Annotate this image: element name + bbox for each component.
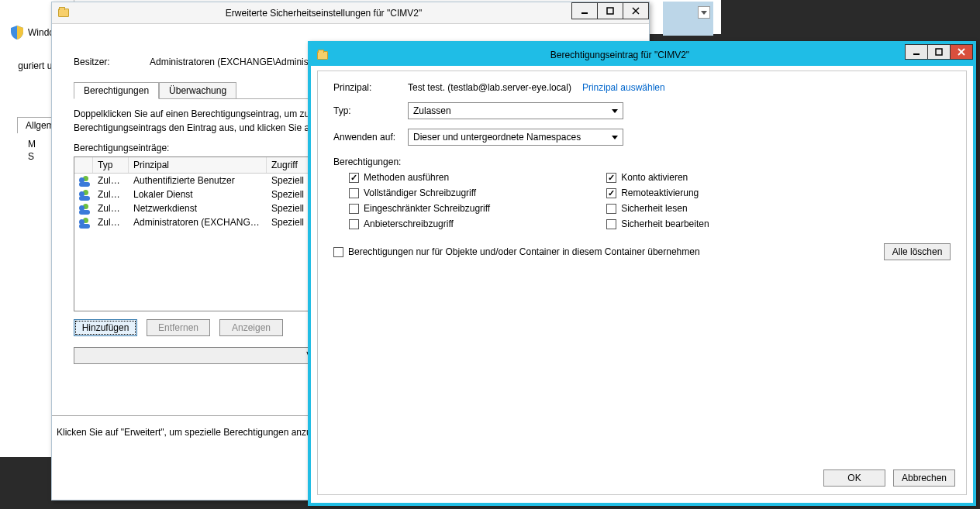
applyto-label: Anwenden auf: xyxy=(333,132,408,143)
only-this-container-checkbox[interactable] xyxy=(333,247,343,257)
permission-label: Sicherheit bearbeiten xyxy=(621,218,709,229)
principal-icon xyxy=(79,203,88,214)
maximize-button[interactable] xyxy=(927,44,951,60)
cancel-button[interactable]: Abbrechen xyxy=(893,469,955,487)
principal-icon xyxy=(79,175,88,186)
tab-permissions[interactable]: Berechtigungen xyxy=(74,82,159,99)
permission-label: Remoteaktivierung xyxy=(621,187,699,198)
only-this-container-label: Berechtigungen nur für Objekte und/oder … xyxy=(348,246,700,257)
permission-checkbox[interactable] xyxy=(606,173,616,183)
window-title: Berechtigungseintrag für "CIMV2" xyxy=(334,50,906,60)
background-text-fragment-2: M S xyxy=(28,138,36,163)
minimize-button[interactable] xyxy=(571,2,598,19)
owner-label: Besitzer: xyxy=(74,57,128,67)
permission-label: Vollständiger Schreibzugriff xyxy=(364,187,476,198)
cell-typ: Zulas... xyxy=(93,216,129,229)
permission-checkbox[interactable] xyxy=(349,204,359,214)
cell-principal: Administratoren (EXCHANGE... xyxy=(129,216,267,229)
select-principal-link[interactable]: Prinzipal auswählen xyxy=(582,82,665,93)
cell-typ: Zulas... xyxy=(93,188,129,201)
column-principal[interactable]: Prinzipal xyxy=(129,157,267,173)
applyto-select[interactable]: Dieser und untergeordnete Namespaces xyxy=(408,129,623,146)
tab-auditing[interactable]: Überwachung xyxy=(159,82,236,99)
cell-access: Speziell xyxy=(267,174,312,187)
permissions-heading: Berechtigungen: xyxy=(333,156,951,167)
folder-icon xyxy=(316,48,330,62)
titlebar[interactable]: Erweiterte Sicherheitseinstellungen für … xyxy=(52,2,649,24)
principal-icon xyxy=(79,189,88,200)
applyto-select-value: Dieser und untergeordnete Namespaces xyxy=(413,132,581,143)
cell-principal: Netzwerkdienst xyxy=(129,202,267,215)
shield-icon xyxy=(9,25,25,40)
permission-entry-window: Berechtigungseintrag für "CIMV2" Prinzip… xyxy=(308,41,976,506)
permission-checkbox[interactable] xyxy=(349,188,359,198)
cell-access: Speziell xyxy=(267,202,312,215)
cell-principal: Lokaler Dienst xyxy=(129,188,267,201)
window-title: Erweiterte Sicherheitseinstellungen für … xyxy=(75,8,572,19)
permission-label: Sicherheit lesen xyxy=(621,203,687,214)
ok-button[interactable]: OK xyxy=(823,469,885,487)
principal-icon xyxy=(79,217,88,228)
permission-label: Konto aktivieren xyxy=(621,172,688,183)
permission-checkbox[interactable] xyxy=(606,204,616,214)
svg-rect-5 xyxy=(936,49,942,55)
chevron-down-icon[interactable] xyxy=(698,6,710,19)
column-typ[interactable]: Typ xyxy=(93,157,129,173)
permission-checkbox[interactable] xyxy=(349,173,359,183)
maximize-button[interactable] xyxy=(597,2,623,19)
permission-checkbox[interactable] xyxy=(349,219,359,229)
remove-button: Entfernen xyxy=(147,319,210,336)
permission-label: Eingeschränkter Schreibzugriff xyxy=(364,203,490,214)
folder-icon xyxy=(57,6,71,20)
permission-checkbox[interactable] xyxy=(606,188,616,198)
titlebar[interactable]: Berechtigungseintrag für "CIMV2" xyxy=(311,44,973,66)
cell-principal: Authentifizierte Benutzer xyxy=(129,174,267,187)
permission-checkbox[interactable] xyxy=(606,219,616,229)
background-strip-right xyxy=(663,2,713,36)
cell-access: Speziell xyxy=(267,216,312,229)
type-label: Typ: xyxy=(333,105,408,116)
clear-all-button[interactable]: Alle löschen xyxy=(884,243,951,260)
close-button[interactable] xyxy=(623,2,649,19)
cell-typ: Zulas... xyxy=(93,202,129,215)
type-select-value: Zulassen xyxy=(413,105,451,116)
view-button: Anzeigen xyxy=(219,319,283,336)
owner-value: Administratoren (EXCHANGE\Adminis xyxy=(150,57,309,67)
permission-label: Methoden ausführen xyxy=(364,172,449,183)
cell-access: Speziell xyxy=(267,188,312,201)
minimize-button[interactable] xyxy=(905,44,928,60)
principal-label: Prinzipal: xyxy=(333,82,408,93)
cell-typ: Zulas... xyxy=(93,174,129,187)
permission-label: Anbieterschreibzugriff xyxy=(364,218,454,229)
close-button[interactable] xyxy=(950,44,973,60)
svg-rect-1 xyxy=(607,8,613,14)
column-access[interactable]: Zugriff xyxy=(267,157,312,173)
type-select[interactable]: Zulassen xyxy=(408,102,623,119)
principal-value: Test test. (testlab@lab.server-eye.local… xyxy=(408,82,571,93)
add-button[interactable]: Hinzufügen xyxy=(74,319,137,336)
